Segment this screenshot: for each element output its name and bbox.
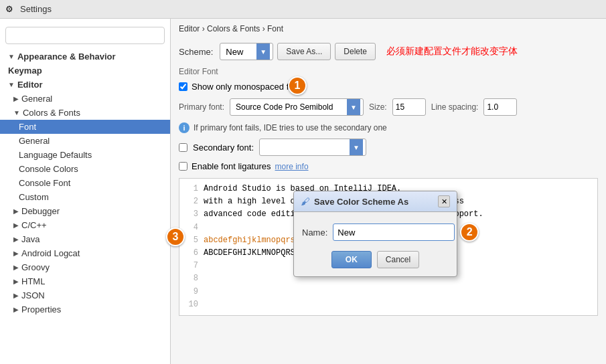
- modal-info-icon: 🖌: [301, 196, 310, 207]
- sidebar-item-language-defaults[interactable]: Language Defaults: [0, 148, 170, 162]
- expand-icon: ▼: [8, 53, 15, 60]
- ligatures-checkbox[interactable]: [179, 162, 187, 171]
- sidebar-item-label: Custom: [19, 192, 49, 202]
- sidebar-item-label: Properties: [21, 304, 61, 314]
- sidebar-item-label: Android Logcat: [21, 248, 80, 258]
- size-label: Size:: [369, 102, 387, 112]
- sidebar-item-label: Console Font: [19, 178, 70, 188]
- primary-font-select[interactable]: Source Code Pro Semibold ▼: [230, 98, 364, 116]
- font-dropdown-arrow[interactable]: ▼: [347, 99, 360, 115]
- sidebar-item-font[interactable]: Font: [0, 120, 170, 134]
- expand-icon: ▼: [13, 109, 20, 116]
- primary-font-label: Primary font:: [179, 102, 224, 112]
- sidebar-item-label: Appearance & Behavior: [17, 52, 116, 62]
- ok-button[interactable]: OK: [331, 251, 372, 268]
- line-number: 3: [185, 208, 198, 221]
- sidebar-item-general2[interactable]: General: [0, 134, 170, 148]
- breadcrumb: Editor › Colors & Fonts › Font: [171, 19, 606, 37]
- sidebar-item-general[interactable]: ▶ General: [0, 92, 170, 106]
- line-number: 10: [185, 298, 198, 311]
- sidebar-item-android-logcat[interactable]: ▶ Android Logcat: [0, 246, 170, 260]
- modal-name-row: Name: 2: [302, 223, 449, 242]
- sidebar-item-cpp[interactable]: ▶ C/C++: [0, 218, 170, 232]
- secondary-font-row: Secondary font: ▼: [179, 139, 598, 156]
- font-options-row: Primary font: Source Code Pro Semibold ▼…: [179, 98, 598, 116]
- save-as-button[interactable]: Save As...: [277, 43, 331, 60]
- sidebar-item-console-font[interactable]: Console Font: [0, 176, 170, 190]
- sidebar-item-json[interactable]: ▶ JSON: [0, 288, 170, 302]
- secondary-dropdown-arrow[interactable]: ▼: [350, 139, 363, 155]
- settings-icon: ⚙: [5, 4, 16, 15]
- sidebar-item-label: Debugger: [21, 206, 60, 216]
- sidebar-item-label: Font: [19, 122, 36, 132]
- expand-icon: ▶: [13, 278, 19, 285]
- scheme-label: Scheme:: [179, 47, 213, 57]
- line-number: 5: [185, 234, 198, 247]
- chinese-note: 必须新建配置文件才能改变字体: [386, 46, 518, 58]
- step-1-circle: 1: [288, 76, 307, 95]
- more-info-link[interactable]: more info: [275, 162, 309, 171]
- sidebar-item-label: Console Colors: [19, 164, 78, 174]
- sidebar-item-label: General: [19, 136, 50, 146]
- secondary-font-select[interactable]: ▼: [259, 139, 366, 156]
- line-number: 7: [185, 260, 198, 272]
- sidebar-item-groovy[interactable]: ▶ Groovy: [0, 260, 170, 274]
- code-line-10: 10: [185, 298, 592, 311]
- save-color-scheme-dialog: 🖌 Save Color Scheme As ✕ Name: 2 OK Canc…: [293, 191, 457, 277]
- sidebar-item-java[interactable]: ▶ Java: [0, 232, 170, 246]
- expand-icon: ▶: [13, 264, 19, 271]
- cancel-button[interactable]: Cancel: [377, 251, 419, 268]
- ligatures-row: Enable font ligatures more info: [179, 161, 598, 171]
- sidebar-item-keymap[interactable]: Keymap: [0, 64, 170, 78]
- modal-title-text: Save Color Scheme As: [314, 197, 438, 207]
- sidebar-item-label: HTML: [21, 276, 45, 286]
- sidebar-item-editor[interactable]: ▼ Editor: [0, 78, 170, 92]
- sidebar-item-properties[interactable]: ▶ Properties: [0, 302, 170, 316]
- sidebar-section: ▼ Appearance & Behavior Keymap ▼ Editor …: [0, 50, 170, 316]
- monospace-checkbox-row: Show only monospaced fonts: [179, 82, 598, 92]
- scheme-dropdown-arrow[interactable]: ▼: [256, 43, 270, 60]
- step-3-circle: 3: [166, 227, 185, 246]
- expand-icon: ▼: [8, 81, 15, 88]
- sidebar-item-console-colors[interactable]: Console Colors: [0, 162, 170, 176]
- close-icon: ✕: [441, 197, 447, 206]
- ligatures-label[interactable]: Enable font ligatures: [192, 161, 271, 171]
- line-number: 6: [185, 247, 198, 260]
- sidebar-item-label: General: [21, 94, 52, 104]
- modal-close-button[interactable]: ✕: [438, 195, 450, 207]
- expand-icon: ▶: [13, 221, 19, 229]
- secondary-font-checkbox[interactable]: [179, 143, 187, 152]
- sidebar-item-label: Editor: [17, 80, 43, 90]
- sidebar-item-debugger[interactable]: ▶ Debugger: [0, 204, 170, 218]
- sidebar-item-label: Language Defaults: [19, 150, 92, 160]
- modal-title-bar: 🖌 Save Color Scheme As ✕: [294, 191, 457, 212]
- scheme-select[interactable]: New ▼: [220, 43, 273, 60]
- sidebar-item-label: Colors & Fonts: [23, 108, 80, 118]
- sidebar-item-html[interactable]: ▶ HTML: [0, 274, 170, 288]
- sidebar-item-label: JSON: [21, 290, 45, 300]
- line-number: 8: [185, 272, 198, 285]
- search-input[interactable]: [5, 27, 165, 44]
- sidebar-item-label: C/C++: [21, 220, 47, 230]
- modal-body: Name: 2 OK Cancel: [294, 212, 457, 276]
- expand-icon: ▶: [13, 236, 19, 243]
- line-number: 9: [185, 286, 198, 298]
- sidebar-item-custom[interactable]: Custom: [0, 190, 170, 204]
- sidebar-item-label: Keymap: [8, 66, 42, 76]
- delete-button[interactable]: Delete: [335, 43, 376, 60]
- title-bar: ⚙ Settings: [0, 0, 606, 19]
- secondary-font-label[interactable]: Secondary font:: [193, 143, 254, 153]
- info-icon: i: [179, 122, 190, 133]
- size-input[interactable]: [392, 98, 426, 116]
- line-spacing-input[interactable]: [483, 98, 517, 116]
- sidebar-item-colors-fonts[interactable]: ▼ Colors & Fonts: [0, 106, 170, 120]
- sidebar-item-appearance[interactable]: ▼ Appearance & Behavior: [0, 50, 170, 64]
- expand-icon: ▶: [13, 95, 19, 102]
- line-spacing-label: Line spacing:: [431, 102, 479, 112]
- monospace-checkbox[interactable]: [179, 82, 187, 91]
- scheme-row: Scheme: New ▼ Save As... Delete 必须新建配置文件…: [179, 43, 598, 60]
- modal-name-input[interactable]: [333, 223, 455, 241]
- expand-icon: ▶: [13, 306, 19, 313]
- window-title: Settings: [20, 4, 52, 14]
- info-row: i If primary font fails, IDE tries to us…: [179, 122, 598, 133]
